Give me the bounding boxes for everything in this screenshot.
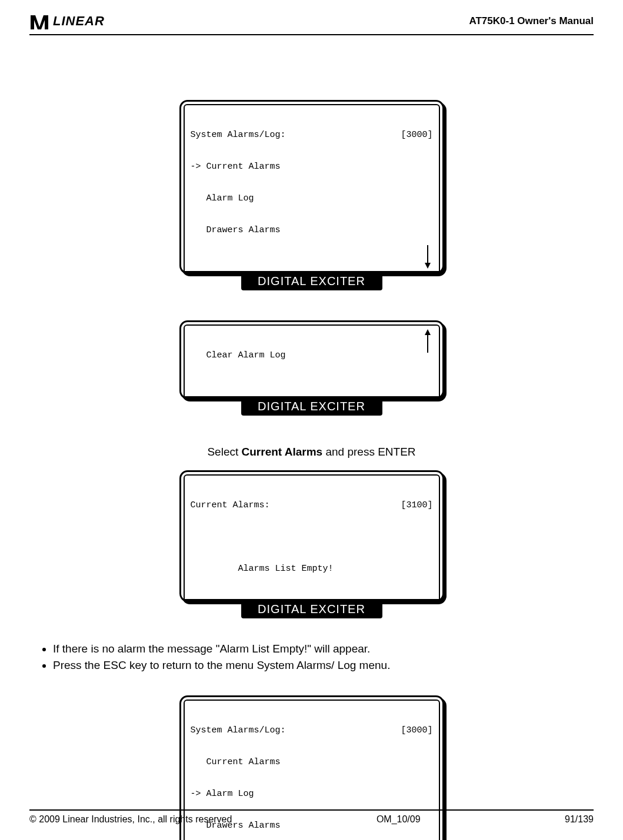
instruction-bullets: If there is no alarm the message "Alarm … (41, 642, 594, 672)
screen1-line4: Drawers Alarms (191, 225, 433, 236)
screen1-title: System Alarms/Log: (191, 130, 286, 140)
manual-title: AT75K0-1 Owner's Manual (469, 15, 594, 27)
screen1-code: [3000] (401, 130, 432, 140)
brand-logo: LINEAR (29, 12, 105, 31)
screen3-label: DIGITAL EXCITER (241, 601, 382, 618)
screen4-title: System Alarms/Log: (191, 725, 286, 736)
arrow-down-icon (424, 244, 432, 269)
page-footer: © 2009 Linear Industries, Inc., all righ… (29, 809, 594, 825)
arrow-up-icon (424, 329, 432, 354)
screen4-line3: -> Alarm Log (191, 789, 433, 799)
instruction-text: Select Current Alarms and press ENTER (29, 446, 594, 459)
footer-page-number: 91/139 (565, 814, 594, 825)
screen3-code: [3100] (401, 500, 432, 511)
screen1-label: DIGITAL EXCITER (241, 273, 382, 290)
logo-text: LINEAR (53, 14, 105, 29)
screen2-line1: Clear Alarm Log (191, 350, 433, 361)
screen3-line3: Alarms List Empty! (191, 564, 433, 574)
lcd-screen-current-alarms: Current Alarms: [3100] Alarms List Empty… (179, 470, 444, 619)
screen3-title: Current Alarms: (191, 500, 270, 511)
screen2-label: DIGITAL EXCITER (241, 399, 382, 416)
page-header: LINEAR AT75K0-1 Owner's Manual (29, 12, 594, 35)
screen1-line3: Alarm Log (191, 193, 433, 204)
footer-copyright: © 2009 Linear Industries, Inc., all righ… (29, 814, 232, 825)
svg-marker-1 (425, 263, 431, 269)
bullet-1: If there is no alarm the message "Alarm … (53, 642, 594, 655)
bullet-2: Press the ESC key to return to the menu … (53, 659, 594, 672)
footer-doc-id: OM_10/09 (377, 814, 421, 825)
screen4-code: [3000] (401, 725, 432, 736)
lcd-screen-clear-log-1: Clear Alarm Log DIGITAL EXCITER (179, 320, 444, 416)
logo-mark-icon (29, 12, 49, 31)
lcd-screen-system-alarms-1: System Alarms/Log: [3000] -> Current Ala… (179, 100, 444, 291)
screen4-line2: Current Alarms (191, 757, 433, 768)
screen1-line2: -> Current Alarms (191, 162, 433, 172)
